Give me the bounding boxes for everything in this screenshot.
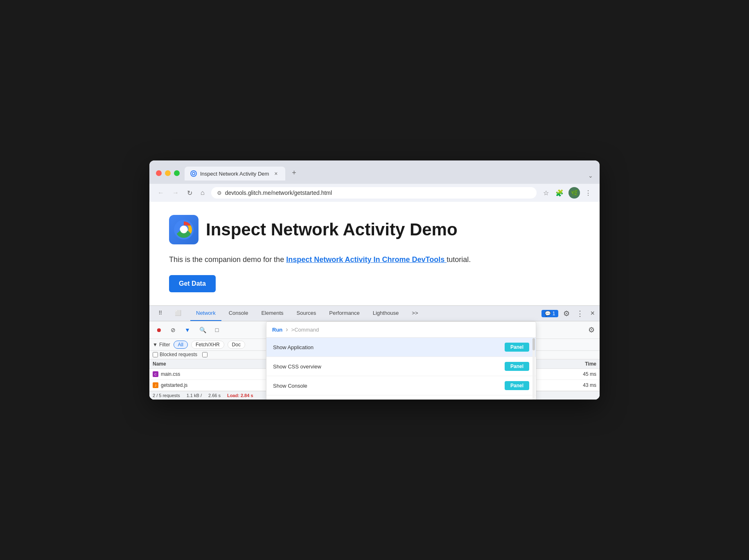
- devtools-link[interactable]: Inspect Network Activity In Chrome DevTo…: [286, 255, 447, 264]
- tab-inspect-icon[interactable]: ⠿: [153, 306, 168, 321]
- address-field[interactable]: ⚙ devtools.glitch.me/network/getstarted.…: [211, 187, 537, 199]
- run-button[interactable]: Run: [272, 327, 282, 333]
- svg-point-1: [193, 173, 194, 174]
- address-actions: ☆ 🧩 🌿 ⋮: [541, 187, 593, 199]
- css-file-icon: C: [153, 371, 158, 377]
- file-name: getstarted.js: [161, 382, 187, 388]
- filter-text: Filter: [159, 342, 170, 348]
- filter-pill-doc[interactable]: Doc: [228, 341, 245, 349]
- page-header: Inspect Network Activity Demo: [169, 215, 580, 244]
- filter-label: ▼ Filter: [153, 342, 170, 348]
- tab-performance[interactable]: Performance: [323, 306, 365, 321]
- new-tab-button[interactable]: +: [287, 165, 301, 181]
- browser-window: Inspect Network Activity Dem × + ⌄ ← → ↻…: [149, 160, 600, 400]
- command-item-show-elements[interactable]: Show Elements Panel: [266, 395, 536, 400]
- page-content: Inspect Network Activity Demo This is th…: [149, 202, 600, 305]
- command-panel-button[interactable]: Panel: [505, 362, 529, 371]
- command-input-display[interactable]: >Command: [291, 327, 530, 333]
- command-item-show-application[interactable]: Show Application Panel: [266, 338, 536, 357]
- requests-count: 2 / 5 requests: [153, 393, 180, 398]
- title-bar: Inspect Network Activity Dem × + ⌄: [149, 160, 600, 184]
- record-button[interactable]: ⏺: [153, 325, 165, 335]
- tab-sources[interactable]: Sources: [291, 306, 322, 321]
- finish-time: 2.66 s: [208, 393, 221, 398]
- back-button[interactable]: ←: [156, 187, 166, 198]
- address-bar-row: ← → ↻ ⌂ ⚙ devtools.glitch.me/network/get…: [149, 184, 600, 202]
- load-time: Load: 2.84 s: [227, 393, 253, 398]
- scrollbar-thumb[interactable]: [532, 338, 535, 350]
- badge-icon: 💬: [545, 311, 551, 316]
- command-item-label: Show Application: [273, 344, 314, 350]
- command-panel-button[interactable]: Panel: [505, 381, 529, 390]
- devtools-actions: 💬 1 ⚙ ⋮ ×: [541, 307, 596, 320]
- tab-elements[interactable]: Elements: [255, 306, 289, 321]
- clear-button[interactable]: ⊘: [167, 325, 179, 335]
- svg-point-4: [180, 226, 187, 233]
- active-tab[interactable]: Inspect Network Activity Dem ×: [185, 167, 285, 181]
- page-description: This is the companion demo for the Inspe…: [169, 254, 580, 265]
- search-button[interactable]: 🔍: [196, 325, 210, 335]
- network-panel: ⏺ ⊘ ▼ 🔍 □ ⚙ ▼ Filter All Fetch/XHR Doc: [149, 321, 600, 400]
- command-item-show-console[interactable]: Show Console Panel: [266, 376, 536, 395]
- command-item-show-css-overview[interactable]: Show CSS overview Panel: [266, 357, 536, 376]
- extension-button[interactable]: 🧩: [554, 187, 565, 199]
- description-suffix: tutorial.: [447, 255, 471, 264]
- devtools: ⠿ ⬜ Network Console Elements Sources Per…: [149, 305, 600, 400]
- close-traffic-light[interactable]: [156, 170, 162, 176]
- tab-console[interactable]: Console: [223, 306, 254, 321]
- url-display: devtools.glitch.me/network/getstarted.ht…: [225, 190, 531, 196]
- tab-network[interactable]: Network: [190, 306, 221, 321]
- devtools-tabs: ⠿ ⬜ Network Console Elements Sources Per…: [149, 306, 600, 321]
- tab-favicon: [190, 170, 197, 177]
- chrome-logo: [169, 215, 199, 244]
- badge-count: 1: [553, 311, 555, 316]
- tab-responsive-icon[interactable]: ⬜: [169, 306, 187, 321]
- tabs-row: Inspect Network Activity Dem × + ⌄: [185, 165, 593, 181]
- filter-icon: ▼: [153, 342, 158, 348]
- menu-button[interactable]: ⋮: [583, 187, 593, 199]
- bookmark-button[interactable]: ☆: [541, 187, 550, 199]
- minimize-traffic-light[interactable]: [165, 170, 171, 176]
- command-item-label: Show CSS overview: [273, 364, 321, 370]
- devtools-close-button[interactable]: ×: [589, 307, 596, 319]
- blocked-requests-label: Blocked requests: [160, 352, 197, 357]
- description-prefix: This is the companion demo for the: [169, 255, 286, 264]
- command-item-label: Show Console: [273, 383, 307, 389]
- reload-button[interactable]: ↻: [185, 187, 194, 199]
- maximize-traffic-light[interactable]: [174, 170, 180, 176]
- tab-title: Inspect Network Activity Dem: [200, 171, 269, 177]
- file-name: main.css: [161, 371, 180, 377]
- extra-checkbox-input[interactable]: [202, 352, 208, 357]
- scrollbar-track[interactable]: [532, 338, 535, 400]
- tab-more[interactable]: >>: [406, 306, 424, 321]
- get-data-button[interactable]: Get Data: [169, 275, 216, 292]
- transfer-size: 1.1 kB /: [187, 393, 202, 398]
- command-input-row: Run › >Command: [266, 322, 536, 338]
- blocked-requests-input[interactable]: [153, 352, 158, 357]
- devtools-icon-group: ⠿ ⬜: [153, 306, 187, 321]
- traffic-lights: [156, 170, 180, 176]
- devtools-settings-button[interactable]: ⚙: [562, 307, 571, 320]
- checkbox-button[interactable]: □: [212, 325, 222, 335]
- home-button[interactable]: ⌂: [199, 187, 206, 198]
- tabs-chevron[interactable]: ⌄: [588, 172, 593, 181]
- message-badge[interactable]: 💬 1: [541, 310, 559, 317]
- tab-close-button[interactable]: ×: [272, 170, 280, 177]
- command-panel-button[interactable]: Panel: [505, 343, 529, 352]
- address-security-icon: ⚙: [217, 190, 222, 196]
- extra-checkbox[interactable]: [202, 352, 208, 357]
- forward-button[interactable]: →: [171, 187, 180, 198]
- tab-lighthouse[interactable]: Lighthouse: [367, 306, 405, 321]
- command-separator: ›: [286, 326, 288, 333]
- command-list: Show Application Panel Show CSS overview…: [266, 338, 536, 400]
- page-title: Inspect Network Activity Demo: [206, 220, 458, 239]
- blocked-requests-checkbox[interactable]: Blocked requests: [153, 352, 197, 357]
- command-palette: Run › >Command Show Application Panel Sh…: [266, 321, 536, 400]
- js-file-icon: J: [153, 382, 158, 388]
- filter-icon-button[interactable]: ▼: [181, 325, 194, 335]
- profile-avatar[interactable]: 🌿: [569, 187, 580, 199]
- devtools-more-button[interactable]: ⋮: [575, 307, 585, 320]
- filter-pill-fetchxhr[interactable]: Fetch/XHR: [191, 341, 224, 349]
- network-settings-button[interactable]: ⚙: [587, 324, 596, 336]
- filter-pill-all[interactable]: All: [174, 341, 188, 349]
